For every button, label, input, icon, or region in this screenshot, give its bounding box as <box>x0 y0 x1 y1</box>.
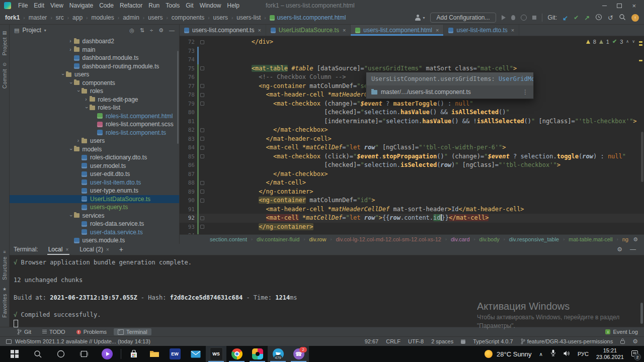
chevron-collapsed-icon[interactable]: › <box>75 138 82 143</box>
menu-window[interactable]: Window <box>197 0 224 11</box>
fold-marker[interactable] <box>199 90 205 100</box>
locate-icon[interactable]: ◎ <box>129 27 134 34</box>
breadcrumb-item[interactable]: app <box>72 14 83 21</box>
git-commit-icon[interactable]: ✔ <box>574 14 579 21</box>
tree-item[interactable]: roles-list.component.scss <box>10 120 179 129</box>
prev-issue-icon[interactable]: ∧ <box>626 39 629 44</box>
chevron-down-icon[interactable]: ▾ <box>44 28 46 33</box>
hide-panel-icon[interactable]: — <box>169 27 175 34</box>
code-line[interactable]: 88 </mat-cell> <box>180 178 644 188</box>
stripe-warning-mark[interactable] <box>639 60 642 61</box>
editor-breadcrumb-item[interactable]: div.card <box>451 236 470 242</box>
code-line[interactable]: 81 [indeterminate]="selection.hasValue()… <box>180 117 644 126</box>
taskbar-explorer-button[interactable] <box>144 346 165 362</box>
stop-button[interactable] <box>532 16 536 20</box>
settings-icon[interactable]: ⚙ <box>158 27 164 34</box>
close-button[interactable]: × <box>632 3 636 9</box>
tree-item[interactable]: ›users <box>10 137 179 145</box>
code-line[interactable]: 91 <mat-header-cell *matHeaderCellDef ma… <box>180 205 644 214</box>
fold-marker[interactable] <box>199 223 205 232</box>
event-log-button[interactable]: i Event Log <box>605 329 638 335</box>
terminal-output[interactable]: √ Browser application bundle generation … <box>10 255 644 328</box>
menu-file[interactable]: File <box>15 0 31 11</box>
user-account-button[interactable]: ▾ <box>415 15 425 21</box>
profile-button[interactable] <box>521 15 527 21</box>
fold-marker[interactable] <box>199 178 205 188</box>
webstorm-logo-icon[interactable] <box>4 2 11 9</box>
tree-item[interactable]: UserListDataSource.ts <box>10 195 179 204</box>
tree-item[interactable]: ›main <box>10 46 179 54</box>
ide-update-available-icon[interactable] <box>6 339 12 344</box>
close-tab-icon[interactable]: × <box>511 27 514 33</box>
menu-navigate[interactable]: Navigate <box>66 0 96 11</box>
menu-refactor[interactable]: Refactor <box>117 0 145 11</box>
inspections-widget[interactable]: 8 1 ✔ 3 ∧ ∨ <box>586 38 635 45</box>
status-settings-icon[interactable]: ⚙ <box>632 338 638 345</box>
taskbar-chrome-button[interactable] <box>226 346 247 362</box>
toolstrip-project[interactable]: ▤Project <box>2 31 8 55</box>
code-area[interactable]: 72 </div>737475 <mat-table #table [dataS… <box>180 36 644 234</box>
editor-scrollbar[interactable] <box>641 132 643 182</box>
tree-item[interactable]: ›components <box>10 79 179 87</box>
code-line[interactable]: 79 <mat-checkbox (change)="$event ? mast… <box>180 100 644 109</box>
run-button[interactable] <box>502 15 506 20</box>
toolstrip-favorites[interactable]: ★Favorites <box>2 287 8 318</box>
breadcrumb-item[interactable]: master <box>29 14 47 21</box>
tree-item[interactable]: user-edit.dto.ts <box>10 170 179 178</box>
tree-item[interactable]: users-query.ts <box>10 203 179 212</box>
code-line[interactable]: 80 [checked]="selection.hasValue() && is… <box>180 108 644 117</box>
next-issue-icon[interactable]: ∨ <box>632 39 635 44</box>
tree-item[interactable]: ›models <box>10 145 179 154</box>
close-tab-icon[interactable]: × <box>436 27 439 33</box>
code-line[interactable]: 83 </mat-header-cell> <box>180 135 644 144</box>
editor-tab[interactable]: UserListDataSource.ts× <box>266 25 351 36</box>
tree-item[interactable]: user-data.service.ts <box>10 228 179 237</box>
taskbar-viber-button[interactable]: ☎2 <box>288 346 309 362</box>
git-branch-widget[interactable]: feature/DGR-43-users-permissions <box>521 338 613 344</box>
tree-item[interactable]: ›roles-list <box>10 104 179 112</box>
tree-item[interactable]: ›roles-edit-page <box>10 96 179 104</box>
chevron-expanded-icon[interactable]: › <box>68 146 73 152</box>
editor-breadcrumb-item[interactable]: div.container-fluid <box>257 236 299 242</box>
taskbar-search-button[interactable] <box>26 346 49 362</box>
taskbar-store-button[interactable] <box>123 346 144 362</box>
terminal-hide-icon[interactable]: — <box>630 246 636 253</box>
menu-run[interactable]: Run <box>145 0 163 11</box>
code-line[interactable]: 86 [checked]="selection.isSelected(row)"… <box>180 161 644 170</box>
ide-update-icon[interactable]: ↑ <box>631 14 639 22</box>
terminal-tab[interactable]: Local× <box>47 244 70 255</box>
code-line[interactable]: 85 <mat-checkbox (click)="$event.stopPro… <box>180 152 644 161</box>
toolwindow-git[interactable]: Git <box>13 328 35 335</box>
editor-breadcrumb-item[interactable]: div.col-lg-12.col-md-12.col-sm-12.col-xs… <box>336 236 441 242</box>
line-ending[interactable]: CRLF <box>386 338 400 344</box>
breadcrumb-item[interactable]: users-list <box>236 14 261 21</box>
breadcrumb-settings-icon[interactable]: ⚙ <box>633 236 638 243</box>
breadcrumb-item[interactable]: modules <box>91 14 114 21</box>
clock-widget[interactable]: 15:21 23.06.2021 <box>596 347 624 360</box>
chevron-expanded-icon[interactable]: › <box>68 79 73 86</box>
code-line[interactable]: 93 </ng-container> <box>180 223 644 232</box>
taskbar-mail-button[interactable] <box>185 346 206 362</box>
chevron-collapsed-icon[interactable]: › <box>83 97 90 102</box>
terminal-scrollbar[interactable] <box>640 303 643 324</box>
code-line[interactable]: 74 <box>180 55 644 64</box>
tree-item[interactable]: user.model.ts <box>10 162 179 170</box>
editor-tab[interactable]: users-list.component.ts× <box>180 25 266 36</box>
tree-item[interactable]: user-list-item.dto.ts <box>10 178 179 187</box>
taskbar-taskview-button[interactable] <box>72 346 96 362</box>
tree-item[interactable]: roles-list.component.ts <box>10 129 179 137</box>
collapse-all-icon[interactable]: ÷ <box>150 27 153 34</box>
fold-marker[interactable] <box>199 152 205 161</box>
code-line[interactable]: 72 </div> <box>180 38 644 47</box>
maximize-button[interactable] <box>617 4 622 8</box>
taskbar-slack-button[interactable] <box>247 346 268 362</box>
more-options-icon[interactable]: ⋮ <box>522 88 528 96</box>
fold-marker[interactable] <box>199 188 205 197</box>
project-scrollbar[interactable] <box>177 51 179 144</box>
git-update-icon[interactable]: ↙ <box>562 14 568 22</box>
action-center-button[interactable]: 2 <box>631 349 638 358</box>
stripe-warning-mark[interactable] <box>639 44 642 46</box>
terminal-settings-icon[interactable]: ⚙ <box>617 246 622 253</box>
tree-item[interactable]: dashboard-routing.module.ts <box>10 62 179 71</box>
chevron-expanded-icon[interactable]: › <box>76 88 81 95</box>
